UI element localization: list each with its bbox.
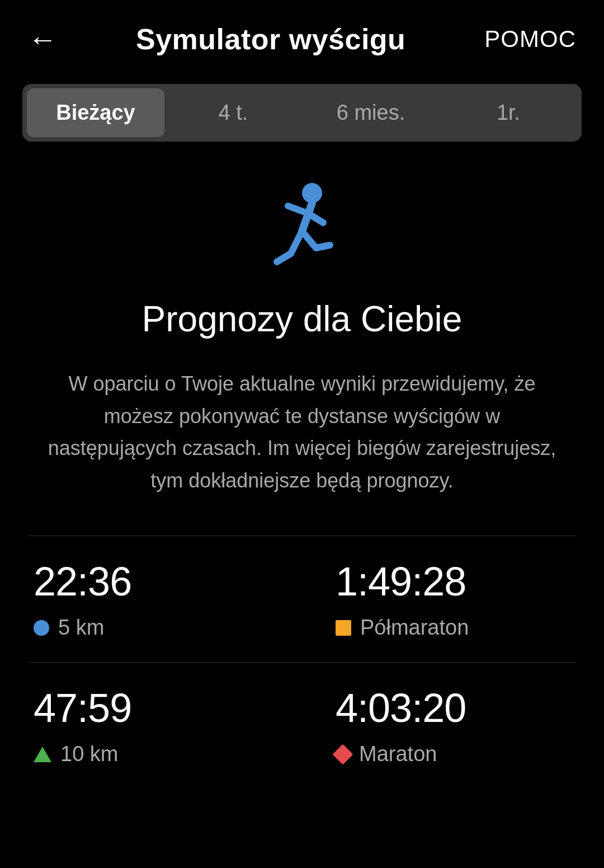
tab-bar: Bieżący 4 t. 6 mies. 1r. — [22, 84, 582, 142]
distance-10km: 10 km — [60, 742, 118, 766]
results-grid: 22:36 5 km 1:49:28 Półmaraton 47:59 10 k… — [28, 536, 576, 789]
main-content: Prognozy dla Ciebie W oparciu o Twoje ak… — [0, 164, 604, 822]
triangle-green-icon — [34, 747, 51, 762]
app-header: ← Symulator wyścigu POMOC — [0, 0, 604, 73]
forecast-description: W oparciu o Twoje aktualne wyniki przewi… — [45, 368, 559, 496]
svg-line-3 — [308, 213, 323, 223]
time-halfmarathon: 1:49:28 — [336, 559, 570, 604]
dot-blue-icon — [34, 620, 49, 636]
result-10km: 47:59 10 km — [28, 662, 302, 789]
back-button[interactable]: ← — [28, 25, 57, 54]
label-10km: 10 km — [34, 742, 280, 766]
time-marathon: 4:03:20 — [336, 685, 570, 731]
time-5km: 22:36 — [34, 559, 280, 604]
distance-marathon: Maraton — [359, 742, 437, 766]
help-button[interactable]: POMOC — [484, 26, 576, 53]
result-5km: 22:36 5 km — [28, 536, 302, 662]
tab-4weeks[interactable]: 4 t. — [164, 88, 302, 137]
tab-6months[interactable]: 6 mies. — [302, 88, 440, 137]
label-5km: 5 km — [34, 616, 280, 640]
svg-line-5 — [277, 254, 291, 262]
page-title: Symulator wyścigu — [136, 22, 405, 56]
time-10km: 47:59 — [34, 685, 280, 731]
label-marathon: Maraton — [336, 742, 570, 766]
result-marathon: 4:03:20 Maraton — [302, 662, 576, 789]
label-halfmarathon: Półmaraton — [336, 616, 570, 640]
distance-5km: 5 km — [58, 616, 104, 640]
distance-halfmarathon: Półmaraton — [360, 616, 469, 640]
tab-current[interactable]: Bieżący — [27, 88, 164, 137]
square-orange-icon — [336, 620, 351, 636]
svg-line-4 — [291, 231, 302, 254]
tab-1year[interactable]: 1r. — [440, 88, 577, 137]
runner-icon — [257, 181, 347, 270]
forecast-title: Prognozy dla Ciebie — [142, 298, 463, 340]
result-halfmarathon: 1:49:28 Półmaraton — [302, 536, 576, 662]
svg-line-7 — [316, 245, 330, 248]
diamond-red-icon — [333, 744, 353, 764]
